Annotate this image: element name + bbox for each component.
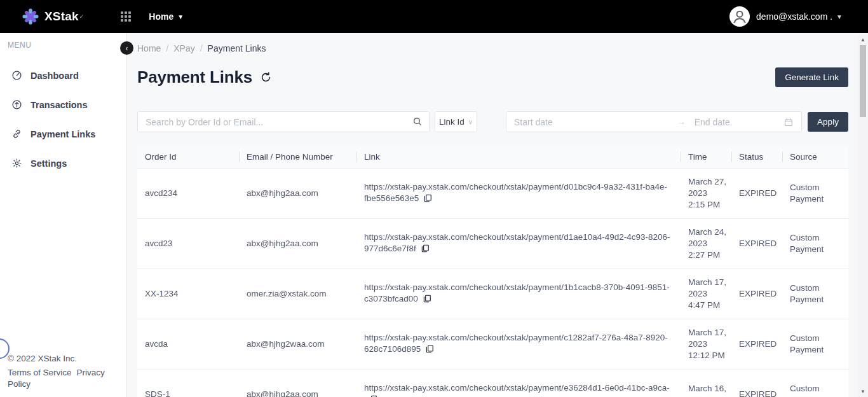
chevron-down-icon: ▼ xyxy=(836,13,843,20)
date-range-picker[interactable]: Start date → End date xyxy=(506,111,802,132)
email-cell: abx@hjhg2aa.com xyxy=(239,232,356,256)
status-badge: EXPIRED xyxy=(731,232,782,256)
order-id-cell: SDS-1 xyxy=(137,382,239,397)
source-cell: Custom Payment xyxy=(782,226,848,261)
date-text: March 17, 2023 xyxy=(688,327,734,350)
breadcrumb-home[interactable]: Home xyxy=(137,43,161,53)
copy-icon[interactable] xyxy=(369,394,377,397)
payment-link-url: https://xstak-pay.xstak.com/checkout/xst… xyxy=(364,282,670,303)
column-header-order-id: Order Id xyxy=(137,145,239,168)
time-cell: March 27, 20232:15 PM xyxy=(681,170,731,217)
copy-icon[interactable] xyxy=(423,294,431,307)
menu-section-label: MENU xyxy=(0,33,126,50)
top-navbar: XStak✓ Home ▼ demo@xstak.com . ▼ xyxy=(0,0,868,33)
copy-icon[interactable] xyxy=(421,244,430,256)
scroll-up-arrow[interactable]: ▲ xyxy=(858,37,868,43)
time-cell: March 16, 2023 xyxy=(681,377,731,397)
end-date-placeholder[interactable]: End date xyxy=(695,117,730,127)
clock-text: 4:47 PM xyxy=(688,300,734,311)
table-body: avcd234 abx@hjhg2aa.com https://xstak-pa… xyxy=(137,169,848,397)
order-id-cell: avcd23 xyxy=(137,232,239,256)
source-cell: Custom Payment xyxy=(782,326,848,362)
status-badge: EXPIRED xyxy=(731,332,782,356)
gear-icon xyxy=(11,158,22,169)
status-badge: EXPIRED xyxy=(731,282,782,306)
chevron-down-icon: ∨ xyxy=(468,118,473,125)
home-menu[interactable]: Home ▼ xyxy=(149,11,184,22)
source-cell: Custom Payment xyxy=(782,176,848,211)
xstak-logo[interactable]: XStak✓ xyxy=(22,8,84,25)
search-input[interactable] xyxy=(137,111,430,132)
table-row: XX-1234 omer.zia@xstak.com https://xstak… xyxy=(137,269,848,319)
source-text: Custom Payment xyxy=(790,383,831,397)
scrollbar-thumb[interactable] xyxy=(860,45,866,117)
time-cell: March 24, 20232:27 PM xyxy=(681,220,731,267)
breadcrumb-xpay[interactable]: XPay xyxy=(173,43,194,53)
dashboard-icon xyxy=(11,70,22,81)
transactions-icon xyxy=(11,99,22,110)
copy-icon[interactable] xyxy=(425,344,434,357)
payment-link-url: https://xstak-pay.xstak.com/checkout/xst… xyxy=(364,232,670,253)
source-text: Custom Payment xyxy=(790,182,831,205)
main-content: ‹ Home / XPay / Payment Links Payment Li… xyxy=(127,33,868,397)
sidebar: MENU Dashboard Transactions Payment Link… xyxy=(0,33,127,397)
status-badge: EXPIRED xyxy=(731,181,782,205)
email-cell: abx@hjhg2aa.com xyxy=(239,181,356,205)
page-title: Payment Links xyxy=(137,67,252,87)
vertical-scrollbar[interactable]: ▲ ▼ xyxy=(858,34,868,397)
terms-of-service-link[interactable]: Terms of Service xyxy=(8,368,72,377)
calendar-icon xyxy=(783,117,794,127)
sidebar-item-label: Transactions xyxy=(31,100,87,110)
sidebar-footer: © 2022 XStak Inc. Terms of ServicePrivac… xyxy=(0,347,126,397)
link-cell: https://xstak-pay.xstak.com/checkout/xst… xyxy=(356,326,681,363)
link-cell: https://xstak-pay.xstak.com/checkout/xst… xyxy=(356,175,681,212)
copy-icon[interactable] xyxy=(423,193,432,206)
table-row: avcd23 abx@hjhg2aa.com https://xstak-pay… xyxy=(137,219,848,269)
sidebar-item-payment-links[interactable]: Payment Links xyxy=(0,122,126,146)
column-header-time: Time xyxy=(681,145,731,168)
time-cell: March 17, 202312:12 PM xyxy=(681,321,731,368)
user-menu[interactable]: demo@xstak.com . ▼ xyxy=(729,6,843,27)
sidebar-item-dashboard[interactable]: Dashboard xyxy=(0,64,126,87)
source-text: Custom Payment xyxy=(790,282,831,305)
source-cell: Custom Payment xyxy=(782,377,848,397)
refresh-icon[interactable] xyxy=(260,71,272,83)
source-text: Custom Payment xyxy=(790,232,831,255)
status-badge: EXPIRED xyxy=(731,382,782,397)
table-row: avcda abx@hjhg2waa.com https://xstak-pay… xyxy=(137,319,848,370)
breadcrumb-separator: / xyxy=(166,43,168,53)
payment-link-url: https://xstak-pay.xstak.com/checkout/xst… xyxy=(364,333,668,354)
payment-link-url: https://xstak-pay.xstak.com/checkout/xst… xyxy=(364,182,667,203)
breadcrumb-current: Payment Links xyxy=(208,43,266,53)
filter-bar: Link Id ∨ Start date → End date Apply xyxy=(137,111,848,132)
source-text: Custom Payment xyxy=(790,333,831,356)
scroll-down-arrow[interactable]: ▼ xyxy=(858,389,868,394)
start-date-placeholder[interactable]: Start date xyxy=(514,117,553,127)
sidebar-item-transactions[interactable]: Transactions xyxy=(0,93,126,116)
date-text: March 16, 2023 xyxy=(688,383,734,397)
column-header-source: Source xyxy=(782,145,848,168)
home-menu-label: Home xyxy=(149,11,173,22)
email-cell: omer.zia@xstak.com xyxy=(239,282,356,306)
generate-link-button[interactable]: Generate Link xyxy=(775,67,848,87)
date-text: March 27, 2023 xyxy=(688,176,734,199)
person-icon xyxy=(730,7,749,26)
sidebar-item-label: Payment Links xyxy=(31,129,95,139)
apply-button[interactable]: Apply xyxy=(808,112,848,132)
link-cell: https://xstak-pay.xstak.com/checkout/xst… xyxy=(356,225,681,263)
link-type-selected: Link Id xyxy=(439,117,465,127)
table-row: avcd234 abx@hjhg2aa.com https://xstak-pa… xyxy=(137,169,848,219)
search-icon[interactable] xyxy=(412,116,423,129)
apps-grid-icon[interactable] xyxy=(121,11,131,22)
sidebar-item-settings[interactable]: Settings xyxy=(0,151,126,175)
column-header-status: Status xyxy=(731,145,782,168)
clock-text: 12:12 PM xyxy=(688,350,734,361)
xstak-logo-icon xyxy=(22,8,39,25)
copyright-text: © 2022 XStak Inc. xyxy=(8,354,119,363)
order-id-cell: avcd234 xyxy=(137,181,239,205)
link-cell: https://xstak-pay.xstak.com/checkout/xst… xyxy=(356,275,681,313)
order-id-cell: XX-1234 xyxy=(137,282,239,306)
link-type-select[interactable]: Link Id ∨ xyxy=(435,111,477,132)
sidebar-collapse-button[interactable]: ‹ xyxy=(120,41,133,55)
brand-name: XStak xyxy=(44,10,79,24)
